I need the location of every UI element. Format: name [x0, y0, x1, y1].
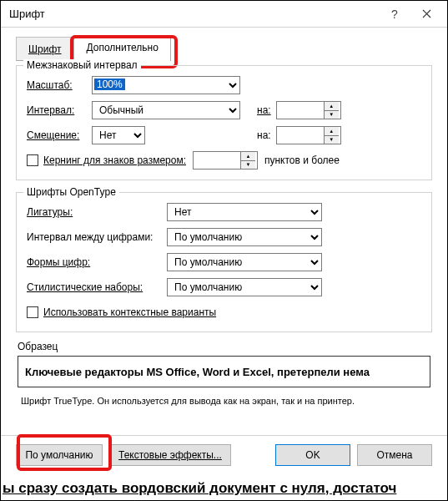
spin-up-icon[interactable]: ▲: [325, 102, 339, 111]
title-bar: Шрифт ?: [1, 1, 447, 28]
position-label: Смещение:: [27, 129, 92, 141]
ligatures-combo[interactable]: Нет: [167, 203, 322, 221]
spin-up-icon[interactable]: ▲: [325, 127, 339, 136]
background-doc-text: ы сразу создать вордовский документ с ну…: [1, 480, 448, 497]
spacing-combo[interactable]: Обычный: [92, 101, 240, 119]
spin-down-icon[interactable]: ▼: [241, 161, 255, 170]
group-opentype: Шрифты OpenType Лигатуры: Нет Интервал м…: [16, 192, 432, 332]
ok-button[interactable]: OK: [275, 444, 350, 466]
scale-label: Масштаб:: [27, 79, 92, 91]
kerning-tail: пунктов и более: [264, 154, 340, 166]
spacing-by-spinner[interactable]: ▲▼: [276, 101, 341, 119]
close-icon: [422, 9, 431, 18]
spin-down-icon[interactable]: ▼: [325, 136, 339, 144]
position-by-label: на:: [257, 129, 271, 141]
group-opentype-title: Шрифты OpenType: [23, 186, 119, 198]
kerning-label: Кернинг для знаков размером:: [43, 154, 186, 166]
tab-advanced[interactable]: Дополнительно: [73, 35, 170, 61]
spacing-by-input[interactable]: [277, 102, 324, 119]
ligatures-label: Лигатуры:: [27, 206, 167, 218]
preview-label: Образец: [18, 341, 430, 352]
group-char-spacing-title: Межзнаковый интервал: [23, 59, 141, 71]
tab-font[interactable]: Шрифт: [16, 37, 73, 61]
numforms-label: Формы цифр:: [27, 256, 167, 268]
position-by-input[interactable]: [277, 127, 324, 144]
tab-strip: Шрифт Дополнительно: [16, 35, 447, 61]
window-title: Шрифт: [9, 8, 379, 20]
kerning-input[interactable]: [194, 152, 240, 169]
styleset-combo[interactable]: По умолчанию: [167, 278, 322, 296]
spin-up-icon[interactable]: ▲: [241, 152, 255, 161]
contextual-label: Использовать контекстные варианты: [43, 306, 216, 318]
numforms-combo[interactable]: По умолчанию: [167, 253, 322, 271]
contextual-checkbox[interactable]: [27, 306, 38, 318]
close-button[interactable]: [410, 3, 442, 26]
scale-value: 100%: [94, 78, 125, 90]
preview-hint: Шрифт TrueType. Он используется для выво…: [21, 396, 430, 406]
styleset-label: Стилистические наборы:: [27, 281, 167, 293]
kerning-spinner[interactable]: ▲▼: [193, 151, 258, 170]
spin-down-icon[interactable]: ▼: [325, 111, 339, 119]
help-button[interactable]: ?: [379, 3, 410, 26]
dialog-footer: По умолчанию Текстовые эффекты... OK Отм…: [1, 435, 447, 473]
cancel-button[interactable]: Отмена: [357, 444, 432, 466]
kerning-checkbox[interactable]: [27, 154, 38, 166]
default-button[interactable]: По умолчанию: [16, 444, 103, 466]
group-char-spacing: Межзнаковый интервал Масштаб: 100% Интер…: [16, 65, 432, 180]
position-by-spinner[interactable]: ▲▼: [276, 126, 341, 144]
text-effects-button[interactable]: Текстовые эффекты...: [109, 444, 231, 466]
spacing-by-label: на:: [257, 104, 271, 116]
numspacing-label: Интервал между цифрами:: [27, 231, 167, 243]
preview-box: Ключевые редакторы MS Office, Word и Exc…: [18, 356, 430, 387]
numspacing-combo[interactable]: По умолчанию: [167, 228, 322, 246]
position-combo[interactable]: Нет: [92, 126, 145, 144]
group-preview: Образец Ключевые редакторы MS Office, Wo…: [16, 341, 432, 406]
spacing-label: Интервал:: [27, 104, 92, 116]
